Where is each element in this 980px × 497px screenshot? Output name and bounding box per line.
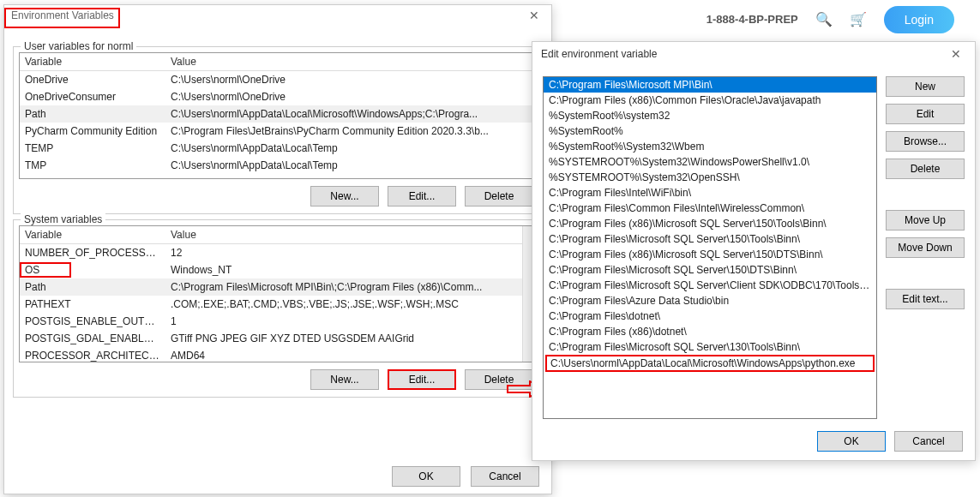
list-item[interactable]: C:\Program Files (x86)\dotnet\ [544,324,876,339]
list-item[interactable]: C:\Program Files (x86)\Microsoft SQL Ser… [544,216,876,231]
list-item[interactable]: %SYSTEMROOT%\System32\OpenSSH\ [544,170,876,185]
table-row[interactable]: PathC:\Program Files\Microsoft MPI\Bin\;… [20,278,536,296]
col-header-value[interactable]: Value [165,53,536,71]
list-item[interactable]: C:\Users\norml\AppData\Local\Microsoft\W… [545,355,875,372]
move-up-button[interactable]: Move Up [886,210,965,231]
edit-environment-variable-dialog: Edit environment variable ✕ C:\Program F… [532,41,976,461]
table-row[interactable]: PyCharm Community EditionC:\Program File… [20,123,536,140]
user-delete-button[interactable]: Delete [465,186,533,207]
sys-edit-button[interactable]: Edit... [388,369,456,390]
list-item[interactable]: C:\Program Files\dotnet\ [544,308,876,324]
sys-new-button[interactable]: New... [310,369,379,390]
var-value: C:\Users\norml\OneDrive [165,71,536,89]
list-item[interactable]: C:\Program Files\Intel\WiFi\bin\ [544,185,876,201]
var-value: 12 [165,244,536,262]
var-name: PROCESSOR_ARCHITECTURE [20,347,165,362]
var-value: GTiff PNG JPEG GIF XYZ DTED USGSDEM AAIG… [165,330,536,347]
list-item[interactable]: C:\Program Files\Microsoft SQL Server\15… [544,231,876,247]
list-item[interactable]: C:\Program Files\Microsoft SQL Server\13… [544,339,876,355]
cart-icon[interactable]: 🛒 [850,11,867,27]
var-value: AMD64 [165,347,536,362]
table-row[interactable]: OSWindows_NT [20,261,536,278]
edit-text-button[interactable]: Edit text... [886,289,965,309]
var-name: TEMP [20,140,165,157]
var-value: C:\Users\norml\OneDrive [165,88,536,105]
table-row[interactable]: POSTGIS_ENABLE_OUTDB_R...1 [20,313,536,330]
var-value: .COM;.EXE;.BAT;.CMD;.VBS;.VBE;.JS;.JSE;.… [165,296,536,313]
user-variables-table[interactable]: Variable Value OneDriveC:\Users\norml\On… [20,53,536,174]
var-value: C:\Users\norml\AppData\Local\Temp [165,140,536,157]
move-down-button[interactable]: Move Down [886,237,965,258]
user-variables-group: User variables for norml Variable Value … [13,46,543,214]
table-row[interactable]: PATHEXT.COM;.EXE;.BAT;.CMD;.VBS;.VBE;.JS… [20,296,536,313]
system-variables-table[interactable]: Variable Value NUMBER_OF_PROCESSORS12OSW… [20,226,536,362]
var-name: OneDriveConsumer [20,88,165,105]
list-item[interactable]: %SYSTEMROOT%\System32\WindowsPowerShell\… [544,154,876,170]
phone-number: 1-888-4-BP-PREP [706,13,798,26]
dialog-title: Edit environment variable [541,48,657,60]
var-value: Windows_NT [165,261,536,278]
table-row[interactable]: PROCESSOR_ARCHITECTUREAMD64 [20,347,536,362]
var-value: 1 [165,313,536,330]
ok-button[interactable]: OK [392,466,460,487]
system-variables-group: System variables Variable Value NUMBER_O… [13,219,543,398]
user-variables-table-wrap: Variable Value OneDriveC:\Users\norml\On… [19,52,537,179]
table-row[interactable]: PathC:\Users\norml\AppData\Local\Microso… [20,105,536,123]
close-icon[interactable]: ✕ [524,9,544,22]
site-header: 1-888-4-BP-PREP 🔍 🛒 Login [532,0,980,39]
list-item[interactable]: C:\Program Files (x86)\Microsoft SQL Ser… [544,247,876,262]
path-entries-list[interactable]: C:\Program Files\Microsoft MPI\Bin\C:\Pr… [543,76,877,419]
user-new-button[interactable]: New... [310,186,379,207]
var-value: C:\Program Files\JetBrains\PyCharm Commu… [165,123,536,140]
var-name: OS [20,261,165,278]
table-row[interactable]: POSTGIS_GDAL_ENABLED_D...GTiff PNG JPEG … [20,330,536,347]
search-icon[interactable]: 🔍 [815,11,833,27]
annotation-title-highlight [4,8,120,28]
col-header-value[interactable]: Value [165,226,536,244]
list-item[interactable]: C:\Program Files\Microsoft MPI\Bin\ [544,77,876,93]
var-name: PyCharm Community Edition [20,123,165,140]
var-value: C:\Users\norml\AppData\Local\Temp [165,157,536,174]
var-value: C:\Users\norml\AppData\Local\Microsoft\W… [165,105,536,123]
var-name: OneDrive [20,71,165,89]
table-row[interactable]: TEMPC:\Users\norml\AppData\Local\Temp [20,140,536,157]
var-name: NUMBER_OF_PROCESSORS [20,244,165,262]
col-header-variable[interactable]: Variable [20,53,165,71]
list-item[interactable]: %SystemRoot%\system32 [544,108,876,123]
var-name: POSTGIS_ENABLE_OUTDB_R... [20,313,165,330]
list-item[interactable]: C:\Program Files\Microsoft SQL Server\Cl… [544,278,876,293]
table-row[interactable]: TMPC:\Users\norml\AppData\Local\Temp [20,157,536,174]
var-value: C:\Program Files\Microsoft MPI\Bin\;C:\P… [165,278,536,296]
delete-button[interactable]: Delete [886,159,965,179]
var-name: Path [20,278,165,296]
var-name: Path [20,105,165,123]
cancel-button[interactable]: Cancel [471,466,539,487]
table-row[interactable]: OneDriveConsumerC:\Users\norml\OneDrive [20,88,536,105]
environment-variables-dialog: Environment Variables ✕ User variables f… [3,4,552,494]
var-name: PATHEXT [20,296,165,313]
var-name: POSTGIS_GDAL_ENABLED_D... [20,330,165,347]
list-item[interactable]: C:\Program Files (x86)\Common Files\Orac… [544,93,876,108]
sys-delete-button[interactable]: Delete [465,369,533,390]
cancel-button[interactable]: Cancel [894,431,963,452]
group-title-user: User variables for norml [21,40,136,52]
titlebar: Edit environment variable ✕ [532,42,975,66]
list-item[interactable]: C:\Program Files\Common Files\Intel\Wire… [544,201,876,216]
ok-button[interactable]: OK [817,431,886,452]
system-variables-table-wrap: Variable Value NUMBER_OF_PROCESSORS12OSW… [19,225,537,362]
table-row[interactable]: OneDriveC:\Users\norml\OneDrive [20,71,536,89]
table-row[interactable]: NUMBER_OF_PROCESSORS12 [20,244,536,262]
close-icon[interactable]: ✕ [946,47,966,61]
list-item[interactable]: C:\Program Files\Microsoft SQL Server\15… [544,262,876,278]
var-name: TMP [20,157,165,174]
group-title-system: System variables [21,213,105,225]
new-button[interactable]: New [886,76,965,97]
list-item[interactable]: %SystemRoot%\System32\Wbem [544,139,876,154]
list-item[interactable]: %SystemRoot% [544,123,876,139]
col-header-variable[interactable]: Variable [20,226,165,244]
user-edit-button[interactable]: Edit... [388,186,456,207]
edit-button[interactable]: Edit [886,104,965,124]
browse-button[interactable]: Browse... [886,131,965,152]
login-button[interactable]: Login [884,6,954,33]
list-item[interactable]: C:\Program Files\Azure Data Studio\bin [544,293,876,308]
